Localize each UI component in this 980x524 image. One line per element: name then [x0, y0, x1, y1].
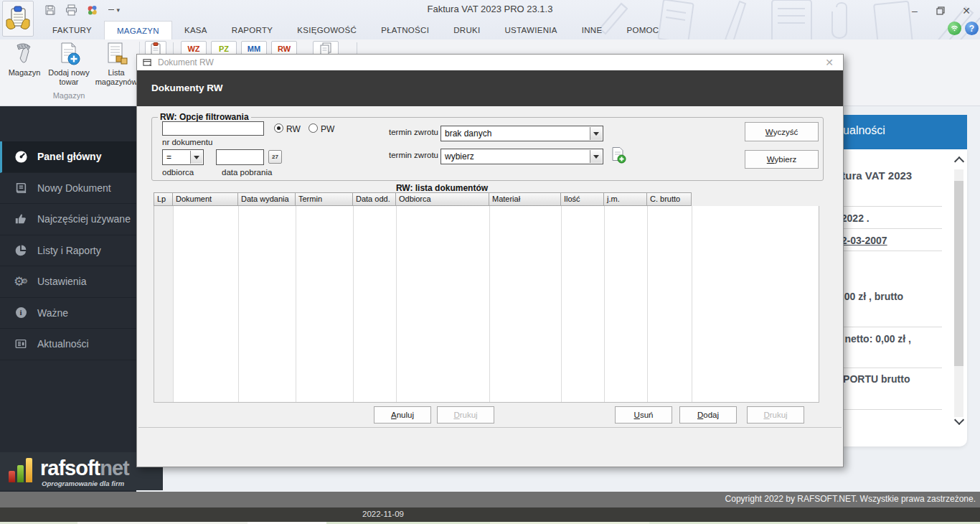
odbiorca-label: odbiorca [162, 168, 194, 177]
sidebar-item-ustawienia[interactable]: ⚙⚙ Ustawienia [0, 266, 136, 298]
magazyn-button[interactable]: Magazyn [1, 41, 47, 90]
dashboard-icon [14, 149, 28, 164]
update-online-icon[interactable] [948, 22, 961, 35]
usun-button[interactable]: Usuń [615, 406, 672, 424]
dialog-header-title: Dokumenty RW [151, 83, 223, 93]
ribbon-tabbar: FAKTURY MAGAZYN KASA RAPORTY KSIĘGOWOŚĆ … [40, 21, 671, 39]
lista-magazynow-button[interactable]: Lista magazynów [93, 41, 139, 90]
help-icon[interactable]: ? [965, 22, 979, 35]
sidebar: Panel główny Nowy Dokument Najczęściej u… [0, 106, 136, 492]
tab-faktury[interactable]: FAKTURY [40, 21, 104, 39]
column-header-dokument[interactable]: Dokument [173, 192, 238, 206]
document-add-green-icon [611, 146, 626, 164]
chevron-down-icon[interactable] [590, 127, 602, 140]
wyczysc-button[interactable]: Wyczyść [745, 122, 819, 141]
drukuj-button-right[interactable]: Drukuj [747, 406, 804, 424]
column-header-data-wydania[interactable]: Data wydania [238, 192, 296, 206]
column-header-odbiorca[interactable]: Odbiorca [396, 192, 489, 206]
tab-inne[interactable]: INNE [570, 21, 615, 39]
radio-pw-label[interactable]: PW [321, 124, 334, 134]
radio-rw-label[interactable]: RW [286, 124, 301, 134]
anuluj-button[interactable]: Anuluj [374, 406, 431, 424]
calendar-day: 27 [272, 154, 278, 160]
tab-platnosci[interactable]: PŁATNOŚCI [369, 21, 441, 39]
sidebar-item-wazne[interactable]: i Ważne [0, 298, 136, 329]
calendar-picker-button[interactable]: 27 [268, 150, 282, 164]
dialog-header: Dokumenty RW [137, 70, 843, 106]
barcode-scanner-icon [11, 41, 37, 67]
tab-pomoc[interactable]: POMOC [614, 21, 671, 39]
nr-dokumentu-input[interactable] [162, 121, 264, 136]
grid-title: RW: lista dokumentów [151, 183, 732, 193]
sidebar-item-listy-i-raporty[interactable]: Listy i Raporty [0, 235, 136, 267]
news-scrollbar-thumb[interactable] [954, 181, 963, 366]
radio-pw[interactable] [308, 123, 318, 133]
dialog-titlebar[interactable]: Dokument RW ✕ [137, 55, 843, 70]
status-date: 2022-11-09 [362, 510, 404, 518]
ribbon-group-label: Magazyn [0, 91, 138, 100]
add-term-button[interactable] [611, 146, 626, 167]
column-header-material[interactable]: Materiał [489, 192, 561, 206]
pie-chart-icon [14, 243, 28, 258]
copyright-bar: Copyright 2022 by RAFSOFT.NET. Wszystkie… [0, 492, 980, 507]
newspaper-icon [14, 337, 28, 351]
news-divider [836, 206, 942, 207]
sidebar-item-label: Nowy Dokument [37, 182, 111, 194]
scroll-up-icon[interactable] [954, 156, 964, 167]
sidebar-item-label: Ważne [37, 307, 68, 319]
grid-column [397, 206, 490, 402]
chevron-down-icon[interactable] [190, 151, 202, 164]
sidebar-item-label: Aktualności [37, 338, 89, 350]
sidebar-item-label: Panel główny [37, 151, 101, 162]
minimize-button[interactable]: – [907, 4, 923, 17]
sidebar-item-nowy-dokument[interactable]: Nowy Dokument [0, 173, 136, 205]
news-divider [836, 228, 942, 229]
chevron-down-icon[interactable] [590, 150, 602, 163]
dialog-close-icon[interactable]: ✕ [823, 57, 836, 68]
column-header-ilosc[interactable]: Ilość [561, 192, 604, 206]
column-header-lp[interactable]: Lp [154, 192, 173, 206]
column-header-c-brutto[interactable]: C. brutto [647, 192, 692, 206]
tab-raporty[interactable]: RAPORTY [220, 21, 285, 39]
column-header-termin[interactable]: Termin [296, 192, 353, 206]
grid-column [490, 206, 562, 402]
sidebar-item-label: Ustawienia [37, 276, 86, 287]
tab-druki[interactable]: DRUKI [441, 21, 492, 39]
sidebar-item-panel-glowny[interactable]: Panel główny [0, 141, 136, 173]
news-item: ktura VAT 2023 [836, 169, 912, 182]
grid-column [605, 206, 648, 402]
grid-column [174, 206, 239, 402]
tab-ksiegowosc[interactable]: KSIĘGOWOŚĆ [285, 21, 369, 39]
news-scrollbar[interactable] [954, 169, 963, 417]
restore-button[interactable] [933, 4, 948, 17]
app-window: ▾ Faktura VAT 2023 PRO 23.1.3 – ✕ ? FAKT… [0, 0, 980, 524]
odbiorca-operator-dropdown[interactable]: = [162, 149, 204, 165]
news-divider [836, 327, 942, 327]
nr-dokumentu-label: nr dokumentu [162, 138, 212, 146]
termin-zwrotu-dropdown-2[interactable]: wybierz [440, 149, 603, 164]
tab-ustawienia[interactable]: USTAWIENIA [492, 21, 569, 39]
sidebar-item-najczesciej-uzywane[interactable]: Najczęściej używane [0, 204, 136, 235]
documents-grid: Lp Dokument Data wydania Termin Data odd… [154, 192, 819, 403]
radio-rw[interactable] [274, 123, 283, 133]
close-button[interactable]: ✕ [958, 4, 974, 17]
dodaj-nowy-towar-button[interactable]: Dodaj nowy towar [46, 41, 92, 90]
sidebar-item-aktualnosci[interactable]: Aktualności [0, 329, 136, 360]
status-bar: 2022-11-09 [0, 507, 980, 522]
filter-legend: RW: Opcje filtrowania [158, 112, 251, 122]
tab-kasa[interactable]: KASA [172, 21, 220, 39]
copyright-text: Copyright 2022 by RAFSOFT.NET. Wszystkie… [725, 494, 976, 504]
dodaj-button[interactable]: Dodaj [679, 406, 737, 424]
column-header-data-odd[interactable]: Data odd. [353, 192, 396, 206]
window-controls: – ✕ [907, 4, 974, 17]
wybierz-button[interactable]: Wybierz [745, 150, 819, 169]
column-header-jm[interactable]: j.m. [604, 192, 647, 206]
drukuj-button-left[interactable]: Drukuj [437, 406, 494, 424]
tab-magazyn[interactable]: MAGAZYN [104, 21, 172, 39]
data-pobrania-input[interactable] [216, 149, 264, 165]
termin-zwrotu-dropdown-1[interactable]: brak danych [440, 126, 603, 141]
grid-body-empty[interactable] [154, 206, 819, 403]
grid-column [296, 206, 354, 402]
sidebar-item-label: Najczęściej używane [37, 213, 131, 225]
news-divider [836, 368, 942, 368]
